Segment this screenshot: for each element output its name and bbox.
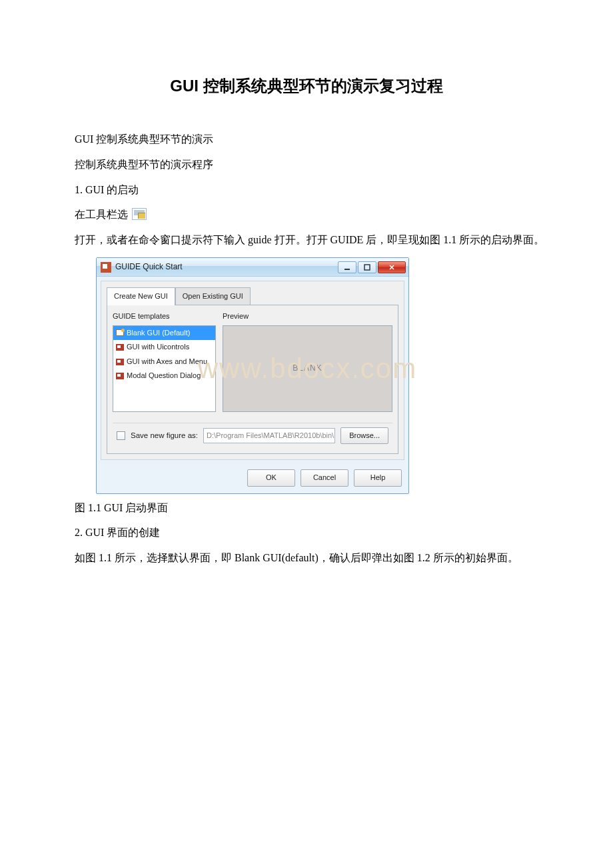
save-figure-checkbox[interactable] <box>117 431 125 440</box>
paragraph: 2. GUI 界面的创建 <box>53 524 560 541</box>
save-figure-label: Save new figure as: <box>131 429 198 441</box>
template-item-axes-menu[interactable]: GUI with Axes and Menu <box>113 355 215 369</box>
paragraph: 1. GUI 的启动 <box>53 181 560 199</box>
minimize-button[interactable] <box>338 261 356 273</box>
dialog-footer: OK Cancel Help <box>97 464 408 493</box>
save-path-input[interactable]: D:\Program Files\MATLAB\R2010b\bin\u <box>203 428 335 444</box>
figure-caption: 图 1.1 GUI 启动界面 <box>53 499 560 517</box>
guide-quickstart-dialog: GUIDE Quick Start Create New GUI Open Ex… <box>96 257 409 493</box>
preview-pane: BLANK www.bdocx.com <box>223 325 392 412</box>
window-title: GUIDE Quick Start <box>115 261 336 273</box>
list-item-label: Blank GUI (Default) <box>127 327 190 339</box>
templates-label: GUIDE templates <box>113 311 216 323</box>
figure-icon <box>116 373 124 379</box>
titlebar: GUIDE Quick Start <box>97 258 408 277</box>
doc-title: GUI 控制系统典型环节的演示复习过程 <box>53 73 560 99</box>
tab-create-new-gui[interactable]: Create New GUI <box>107 287 175 305</box>
guide-toolbar-icon <box>132 208 147 220</box>
svg-rect-0 <box>344 269 350 270</box>
tab-panel: GUIDE templates Blank GUI (Default) GUI … <box>107 305 398 454</box>
template-item-uicontrols[interactable]: GUI with Uicontrols <box>113 340 215 355</box>
close-button[interactable] <box>378 261 406 273</box>
svg-rect-1 <box>364 265 370 270</box>
paragraph: 如图 1.1 所示，选择默认界面，即 Blank GUI(default)，确认… <box>53 549 560 567</box>
paragraph: 在工具栏选 <box>53 206 560 223</box>
templates-listbox[interactable]: Blank GUI (Default) GUI with Uicontrols … <box>113 325 216 412</box>
paragraph: 打开，或者在命令窗口提示符下输入 guide 打开。打开 GUIDE 后，即呈现… <box>53 231 560 249</box>
browse-button[interactable]: Browse... <box>340 427 388 445</box>
list-item-label: GUI with Axes and Menu <box>127 356 207 368</box>
preview-text: BLANK <box>293 362 322 375</box>
list-item-label: GUI with Uicontrols <box>127 341 189 353</box>
text: 在工具栏选 <box>75 209 128 220</box>
screenshot-figure: GUIDE Quick Start Create New GUI Open Ex… <box>96 257 560 493</box>
tab-open-existing-gui[interactable]: Open Existing GUI <box>175 287 251 305</box>
cancel-button[interactable]: Cancel <box>301 469 348 487</box>
preview-label: Preview <box>223 311 392 323</box>
template-item-modal-dialog[interactable]: Modal Question Dialog <box>113 369 215 383</box>
maximize-button[interactable] <box>358 261 376 273</box>
help-button[interactable]: Help <box>354 469 402 487</box>
paragraph: GUI 控制系统典型环节的演示 <box>53 131 560 148</box>
tab-bar: Create New GUI Open Existing GUI <box>107 287 398 305</box>
template-item-blank[interactable]: Blank GUI (Default) <box>113 326 215 341</box>
paragraph: 控制系统典型环节的演示程序 <box>53 156 560 173</box>
figure-icon <box>116 359 124 365</box>
matlab-icon <box>101 262 111 273</box>
new-file-icon <box>116 329 124 336</box>
figure-icon <box>116 344 124 351</box>
ok-button[interactable]: OK <box>247 469 295 487</box>
list-item-label: Modal Question Dialog <box>127 370 201 382</box>
